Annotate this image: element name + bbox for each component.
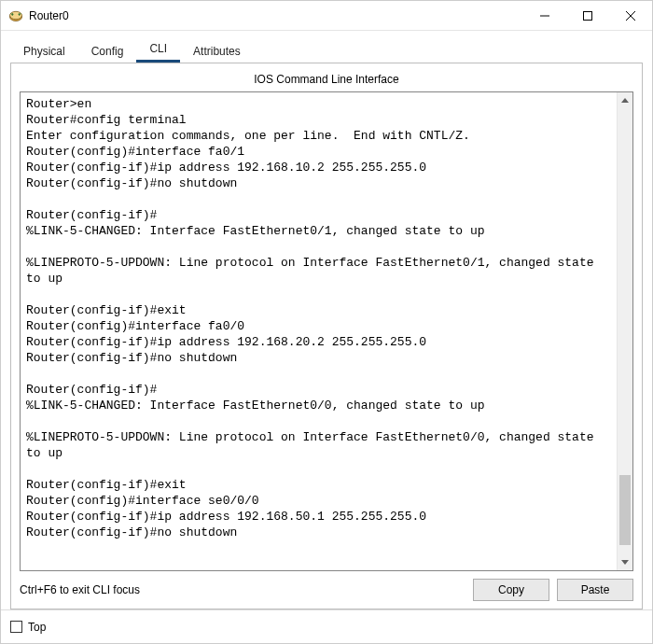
tab-physical[interactable]: Physical xyxy=(10,40,78,63)
maximize-button[interactable] xyxy=(566,1,609,30)
cli-focus-hint: Ctrl+F6 to exit CLI focus xyxy=(20,583,465,596)
cli-terminal[interactable]: Router>en Router#config terminal Enter c… xyxy=(21,92,617,570)
window-controls xyxy=(523,1,652,30)
scroll-thumb[interactable] xyxy=(619,475,631,545)
tab-cli[interactable]: CLI xyxy=(136,37,180,63)
button-row: Ctrl+F6 to exit CLI focus Copy Paste xyxy=(20,579,633,601)
tabs: Physical Config CLI Attributes xyxy=(10,38,643,63)
scroll-down-icon[interactable] xyxy=(618,554,632,570)
scroll-up-icon[interactable] xyxy=(618,92,632,108)
svg-rect-3 xyxy=(584,11,592,20)
cli-scrollbar[interactable] xyxy=(617,92,632,570)
tab-config[interactable]: Config xyxy=(78,40,137,63)
router-app-icon xyxy=(8,8,23,23)
cli-container: Router>en Router#config terminal Enter c… xyxy=(20,91,633,571)
window-title: Router0 xyxy=(29,9,523,22)
cli-panel: IOS Command Line Interface Router>en Rou… xyxy=(10,63,643,609)
app-window: Router0 Physical Config CLI Attributes I… xyxy=(0,0,653,644)
svg-point-1 xyxy=(10,11,22,19)
close-button[interactable] xyxy=(609,1,652,30)
content-area: Physical Config CLI Attributes IOS Comma… xyxy=(1,31,652,609)
paste-button[interactable]: Paste xyxy=(557,579,633,601)
panel-title: IOS Command Line Interface xyxy=(20,69,633,91)
minimize-button[interactable] xyxy=(523,1,566,30)
top-checkbox[interactable] xyxy=(10,621,22,633)
footer: Top xyxy=(1,609,652,643)
tab-attributes[interactable]: Attributes xyxy=(180,40,254,63)
top-checkbox-label: Top xyxy=(28,621,46,634)
copy-button[interactable]: Copy xyxy=(473,579,549,601)
titlebar: Router0 xyxy=(1,1,652,31)
